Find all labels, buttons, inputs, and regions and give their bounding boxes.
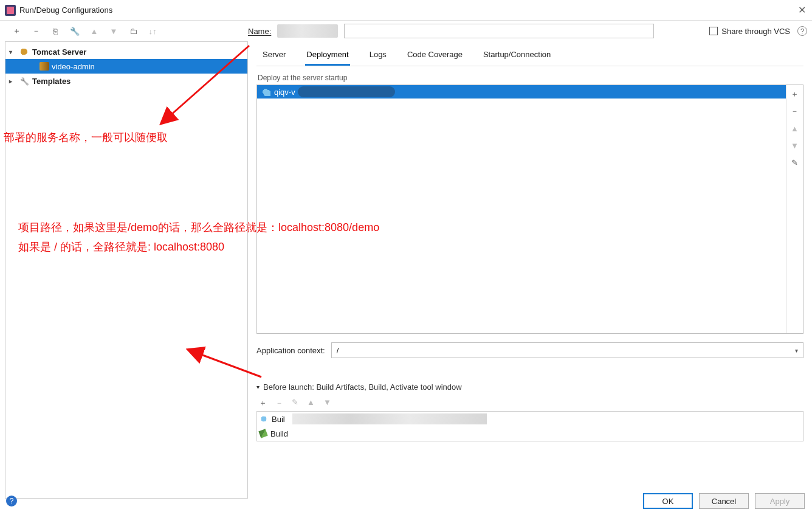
tree-label: Templates <box>32 77 71 86</box>
folder-icon[interactable]: 🗀 <box>128 26 139 36</box>
bl-edit-button[interactable]: ✎ <box>292 398 298 409</box>
before-launch-toolbar: ＋ － ✎ ▲ ▼ <box>259 398 803 409</box>
edit-defaults-button[interactable]: 🔧 <box>69 26 80 36</box>
tab-logs[interactable]: Logs <box>368 45 388 66</box>
add-config-button[interactable]: ＋ <box>11 26 22 36</box>
chevron-down-icon: ▾ <box>795 347 798 354</box>
right-panel: Server Deployment Logs Code Coverage Sta… <box>253 41 812 503</box>
ok-button[interactable]: OK <box>643 493 693 509</box>
help-icon[interactable]: ? <box>797 26 807 36</box>
footer: ? OK Cancel Apply <box>6 493 805 509</box>
bl-item-label: Buil <box>272 415 285 424</box>
bl-up-icon[interactable]: ▲ <box>307 398 315 409</box>
help-button[interactable]: ? <box>6 496 17 506</box>
tree-node-config[interactable]: video-admin <box>5 59 247 74</box>
deploy-item[interactable]: qiqv-v <box>257 85 786 99</box>
tab-deployment[interactable]: Deployment <box>305 45 349 66</box>
bl-item-artifact[interactable]: Buil <box>257 412 803 426</box>
name-label: Name: <box>248 27 271 36</box>
artifact-icon <box>260 415 268 423</box>
name-input[interactable] <box>344 24 654 38</box>
tab-server[interactable]: Server <box>261 45 287 66</box>
ok-label: OK <box>662 497 674 506</box>
deploy-up-icon[interactable]: ▲ <box>790 123 800 134</box>
app-icon <box>5 5 16 16</box>
tree-label: Tomcat Server <box>32 47 86 57</box>
apply-label: Apply <box>770 497 790 506</box>
webapp-icon <box>40 62 49 71</box>
tree-node-templates[interactable]: ▸ Templates <box>5 74 247 88</box>
sort-icon[interactable]: ↓↑ <box>147 26 158 36</box>
window-title: Run/Debug Configurations <box>19 5 796 15</box>
before-launch-header[interactable]: ▾ Before launch: Build Artifacts, Build,… <box>256 382 803 392</box>
bl-item-build[interactable]: Build <box>257 426 803 441</box>
bl-remove-button[interactable]: － <box>275 398 283 409</box>
context-label: Application context: <box>256 346 325 355</box>
bl-add-button[interactable]: ＋ <box>259 398 267 409</box>
deploy-item-obscured <box>298 86 395 97</box>
titlebar: Run/Debug Configurations ✕ <box>0 0 812 21</box>
bl-down-icon[interactable]: ▼ <box>323 398 331 409</box>
before-launch-label: Before launch: Build Artifacts, Build, A… <box>263 382 462 392</box>
share-block: Share through VCS ? <box>709 26 807 36</box>
deploy-item-text: qiqv-v <box>274 88 295 97</box>
remove-config-button[interactable]: － <box>30 26 41 36</box>
before-launch-list: Buil Build <box>256 411 803 441</box>
apply-button[interactable]: Apply <box>755 493 805 509</box>
before-launch-section: ▾ Before launch: Build Artifacts, Build,… <box>256 382 803 441</box>
context-row: Application context: / ▾ <box>256 342 803 358</box>
bl-item-label: Build <box>270 429 288 438</box>
context-combo[interactable]: / ▾ <box>331 342 803 358</box>
hammer-icon <box>260 430 267 437</box>
tree-node-tomcat[interactable]: ▾ Tomcat Server <box>5 44 247 59</box>
copy-config-button[interactable]: ⎘ <box>50 26 61 36</box>
context-value: / <box>337 346 339 355</box>
tab-startup[interactable]: Startup/Connection <box>482 45 552 66</box>
deploy-list: qiqv-v <box>257 85 786 333</box>
tabs: Server Deployment Logs Code Coverage Sta… <box>256 41 803 66</box>
share-checkbox[interactable] <box>709 27 718 35</box>
tab-coverage[interactable]: Code Coverage <box>406 45 464 66</box>
config-toolbar: ＋ － ⎘ 🔧 ▲ ▼ 🗀 ↓↑ <box>5 26 248 36</box>
tree-label: video-admin <box>52 62 95 71</box>
deploy-down-icon[interactable]: ▼ <box>790 140 800 151</box>
deploy-side-toolbar: ＋ － ▲ ▼ ✎ <box>786 85 803 333</box>
deploy-edit-icon[interactable]: ✎ <box>790 157 800 168</box>
deploy-list-box: qiqv-v ＋ － ▲ ▼ ✎ <box>256 85 803 334</box>
name-value-obscured <box>277 24 338 38</box>
cancel-button[interactable]: Cancel <box>699 493 749 509</box>
top-row: ＋ － ⎘ 🔧 ▲ ▼ 🗀 ↓↑ Name: Share through VCS… <box>0 21 812 41</box>
artifact-icon <box>261 88 270 96</box>
deploy-remove-button[interactable]: － <box>790 106 800 117</box>
cancel-label: Cancel <box>712 497 736 506</box>
move-down-icon[interactable]: ▼ <box>108 26 119 36</box>
name-block: Name: <box>248 24 654 38</box>
deploy-section-label: Deploy at the server startup <box>258 74 803 82</box>
move-up-icon[interactable]: ▲ <box>89 26 100 36</box>
main-area: ▾ Tomcat Server video-admin ▸ Templates … <box>0 41 812 503</box>
close-icon[interactable]: ✕ <box>796 4 807 16</box>
tomcat-icon <box>20 47 30 56</box>
config-tree: ▾ Tomcat Server video-admin ▸ Templates <box>5 41 248 499</box>
deploy-add-button[interactable]: ＋ <box>790 89 800 100</box>
wrench-icon <box>20 77 30 85</box>
share-label: Share through VCS <box>721 27 790 36</box>
